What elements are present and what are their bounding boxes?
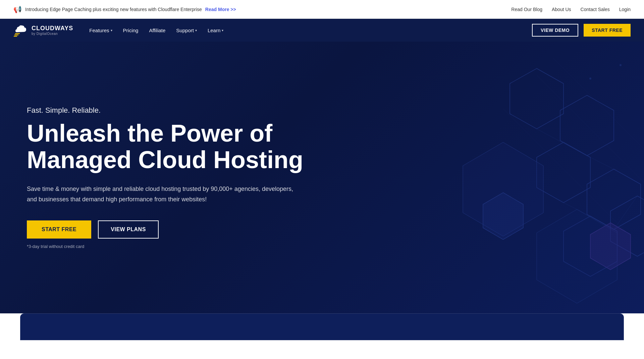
hero-background bbox=[322, 42, 644, 313]
hero-section: Fast. Simple. Reliable. Unleash the Powe… bbox=[0, 42, 644, 313]
logo-sub: by DigitalOcean bbox=[32, 32, 73, 36]
nav-item-features[interactable]: Features ▾ bbox=[89, 28, 112, 33]
svg-point-14 bbox=[620, 64, 622, 66]
view-plans-button[interactable]: VIEW PLANS bbox=[98, 220, 159, 239]
nav-support-label: Support bbox=[176, 28, 194, 33]
chevron-down-icon: ▾ bbox=[111, 29, 112, 32]
megaphone-icon: 📢 bbox=[13, 5, 22, 13]
read-more-link[interactable]: Read More >> bbox=[205, 7, 236, 12]
hero-title: Unleash the Power of Managed Cloud Hosti… bbox=[27, 120, 303, 173]
svg-line-19 bbox=[587, 156, 614, 169]
trial-note: *3-day trial without credit card bbox=[27, 244, 303, 249]
start-free-nav-button[interactable]: START FREE bbox=[584, 24, 631, 37]
top-bar-announcement: 📢 Introducing Edge Page Caching plus exc… bbox=[13, 5, 236, 13]
top-bar: 📢 Introducing Edge Page Caching plus exc… bbox=[0, 0, 644, 19]
nav-links: Features ▾ Pricing Affiliate Support ▾ L… bbox=[89, 28, 223, 33]
chevron-down-icon-learn: ▾ bbox=[222, 29, 223, 32]
logo[interactable]: CLOUDWAYS by DigitalOcean bbox=[13, 23, 73, 38]
view-demo-button[interactable]: VIEW DEMO bbox=[532, 24, 578, 37]
logo-text: CLOUDWAYS by DigitalOcean bbox=[32, 25, 73, 36]
nav-features-label: Features bbox=[89, 28, 109, 33]
nav-pricing-label: Pricing bbox=[123, 28, 139, 33]
nav-item-support[interactable]: Support ▾ bbox=[176, 28, 197, 33]
logo-name: CLOUDWAYS bbox=[32, 25, 73, 32]
hero-tagline: Fast. Simple. Reliable. bbox=[27, 106, 303, 115]
svg-line-18 bbox=[537, 129, 587, 156]
nav-right: VIEW DEMO START FREE bbox=[532, 24, 631, 37]
nav-left: CLOUDWAYS by DigitalOcean Features ▾ Pri… bbox=[13, 23, 223, 38]
bottom-preview-bar bbox=[20, 313, 624, 340]
start-free-hero-button[interactable]: START FREE bbox=[27, 220, 91, 239]
svg-marker-3 bbox=[510, 68, 564, 129]
about-us-link[interactable]: About Us bbox=[552, 7, 571, 12]
main-nav: CLOUDWAYS by DigitalOcean Features ▾ Pri… bbox=[0, 19, 644, 42]
read-our-blog-link[interactable]: Read Our Blog bbox=[511, 7, 542, 12]
nav-item-pricing[interactable]: Pricing bbox=[123, 28, 139, 33]
login-link[interactable]: Login bbox=[619, 7, 631, 12]
hero-title-line1: Unleash the Power of bbox=[27, 120, 272, 147]
svg-marker-5 bbox=[537, 142, 590, 203]
announcement-text: Introducing Edge Page Caching plus excit… bbox=[25, 7, 202, 12]
hero-buttons: START FREE VIEW PLANS bbox=[27, 220, 303, 239]
nav-item-affiliate[interactable]: Affiliate bbox=[149, 28, 165, 33]
hero-title-line2: Managed Cloud Hosting bbox=[27, 146, 303, 173]
nav-affiliate-label: Affiliate bbox=[149, 28, 165, 33]
logo-icon bbox=[13, 23, 28, 38]
svg-line-21 bbox=[614, 196, 637, 229]
nav-item-learn[interactable]: Learn ▾ bbox=[208, 28, 223, 33]
svg-point-15 bbox=[589, 78, 591, 80]
top-bar-links: Read Our Blog About Us Contact Sales Log… bbox=[511, 7, 631, 12]
contact-sales-link[interactable]: Contact Sales bbox=[581, 7, 610, 12]
hero-description: Save time & money with simple and reliab… bbox=[27, 184, 302, 204]
chevron-down-icon-support: ▾ bbox=[195, 29, 197, 32]
hero-content: Fast. Simple. Reliable. Unleash the Powe… bbox=[27, 106, 303, 249]
nav-learn-label: Learn bbox=[208, 28, 220, 33]
